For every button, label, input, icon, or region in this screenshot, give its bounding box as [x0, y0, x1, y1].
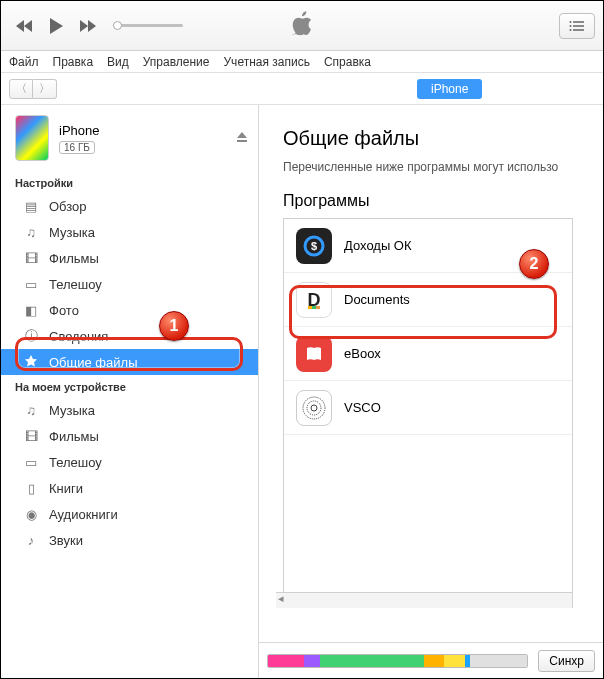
app-label: Documents [344, 292, 410, 307]
sidebar-dev-audiobooks[interactable]: ◉Аудиокниги [1, 501, 258, 527]
sidebar-item-label: Сведения [49, 329, 108, 344]
apps-horizontal-scrollbar[interactable] [276, 592, 572, 608]
tv-icon: ▭ [23, 277, 39, 292]
page-title: Общие файлы [283, 127, 603, 150]
apple-logo-icon [291, 11, 313, 41]
sidebar-item-tvshows[interactable]: ▭Телешоу [1, 271, 258, 297]
menu-help[interactable]: Справка [324, 55, 371, 69]
music-icon: ♫ [23, 225, 39, 240]
tv-icon: ▭ [23, 455, 39, 470]
svg-rect-7 [312, 306, 316, 309]
nav-row: 〈 〉 iPhone [1, 73, 603, 105]
photo-icon: ◧ [23, 303, 39, 318]
annotation-badge-1: 1 [159, 311, 189, 341]
info-icon: ⓘ [23, 327, 39, 345]
device-capacity: 16 ГБ [59, 141, 95, 154]
svg-point-2 [570, 29, 572, 31]
sidebar-dev-music[interactable]: ♫Музыка [1, 397, 258, 423]
page-subtitle: Перечисленные ниже программы могут испол… [283, 160, 603, 174]
eject-button[interactable] [236, 129, 248, 147]
playback-controls [11, 13, 183, 39]
film-icon: 🎞 [23, 429, 39, 444]
sidebar-item-label: Фильмы [49, 429, 99, 444]
svg-point-11 [311, 405, 317, 411]
app-label: Доходы ОК [344, 238, 412, 253]
app-row-eboox[interactable]: eBoox [284, 327, 572, 381]
app-icon-documents: D [296, 282, 332, 318]
sidebar-item-label: Фото [49, 303, 79, 318]
nav-buttons: 〈 〉 [9, 79, 57, 99]
book-icon: ▯ [23, 481, 39, 496]
sidebar-dev-tvshows[interactable]: ▭Телешоу [1, 449, 258, 475]
sidebar-device-title: На моем устройстве [1, 375, 258, 397]
svg-text:$: $ [311, 240, 317, 252]
menu-view[interactable]: Вид [107, 55, 129, 69]
apps-heading: Программы [283, 192, 603, 210]
sidebar-item-shared-files[interactable]: Общие файлы [1, 349, 258, 375]
summary-icon: ▤ [23, 199, 39, 214]
device-thumbnail-icon [15, 115, 49, 161]
content-pane: Общие файлы Перечисленные ниже программы… [259, 105, 603, 678]
menu-controls[interactable]: Управление [143, 55, 210, 69]
sidebar: iPhone 16 ГБ Настройки ▤Обзор ♫Музыка 🎞Ф… [1, 105, 259, 678]
sidebar-dev-books[interactable]: ▯Книги [1, 475, 258, 501]
svg-point-10 [307, 401, 321, 415]
annotation-badge-2: 2 [519, 249, 549, 279]
playback-bar [1, 1, 603, 51]
svg-point-1 [570, 25, 572, 27]
sidebar-item-label: Звуки [49, 533, 83, 548]
prev-button[interactable] [11, 13, 37, 39]
svg-point-0 [570, 21, 572, 23]
audiobook-icon: ◉ [23, 507, 39, 522]
device-name: iPhone [59, 123, 99, 138]
sidebar-item-films[interactable]: 🎞Фильмы [1, 245, 258, 271]
forward-button[interactable]: 〉 [33, 79, 57, 99]
app-icon-dohody: $ [296, 228, 332, 264]
sidebar-item-summary[interactable]: ▤Обзор [1, 193, 258, 219]
sidebar-dev-tones[interactable]: ♪Звуки [1, 527, 258, 553]
list-view-button[interactable] [559, 13, 595, 39]
sidebar-item-label: Фильмы [49, 251, 99, 266]
next-button[interactable] [75, 13, 101, 39]
sidebar-dev-films[interactable]: 🎞Фильмы [1, 423, 258, 449]
svg-point-9 [303, 397, 325, 419]
sidebar-item-label: Музыка [49, 225, 95, 240]
app-label: VSCO [344, 400, 381, 415]
app-icon-eboox [296, 336, 332, 372]
sync-button[interactable]: Синхр [538, 650, 595, 672]
sidebar-item-label: Телешоу [49, 455, 102, 470]
sidebar-item-label: Книги [49, 481, 83, 496]
menu-bar: Файл Правка Вид Управление Учетная запис… [1, 51, 603, 73]
device-header: iPhone 16 ГБ [1, 105, 258, 171]
sidebar-item-music[interactable]: ♫Музыка [1, 219, 258, 245]
app-row-documents[interactable]: D Documents [284, 273, 572, 327]
apps-icon [23, 355, 39, 369]
sidebar-settings-title: Настройки [1, 171, 258, 193]
music-icon: ♫ [23, 403, 39, 418]
app-icon-vsco [296, 390, 332, 426]
sidebar-item-photos[interactable]: ◧Фото [1, 297, 258, 323]
svg-rect-6 [308, 306, 312, 309]
storage-bar [267, 654, 528, 668]
sidebar-item-label: Общие файлы [49, 355, 137, 370]
app-label: eBoox [344, 346, 381, 361]
sidebar-item-label: Телешоу [49, 277, 102, 292]
bottom-bar: Синхр [259, 642, 603, 678]
sidebar-item-label: Обзор [49, 199, 87, 214]
device-pill[interactable]: iPhone [417, 79, 482, 99]
svg-rect-8 [316, 306, 320, 309]
menu-file[interactable]: Файл [9, 55, 39, 69]
volume-slider[interactable] [113, 24, 183, 27]
film-icon: 🎞 [23, 251, 39, 266]
menu-edit[interactable]: Правка [53, 55, 94, 69]
play-button[interactable] [43, 13, 69, 39]
main-split: iPhone 16 ГБ Настройки ▤Обзор ♫Музыка 🎞Ф… [1, 105, 603, 678]
tone-icon: ♪ [23, 533, 39, 548]
sidebar-item-label: Аудиокниги [49, 507, 118, 522]
menu-account[interactable]: Учетная запись [224, 55, 310, 69]
app-row-vsco[interactable]: VSCO [284, 381, 572, 435]
sidebar-item-label: Музыка [49, 403, 95, 418]
back-button[interactable]: 〈 [9, 79, 33, 99]
sidebar-item-info[interactable]: ⓘСведения [1, 323, 258, 349]
